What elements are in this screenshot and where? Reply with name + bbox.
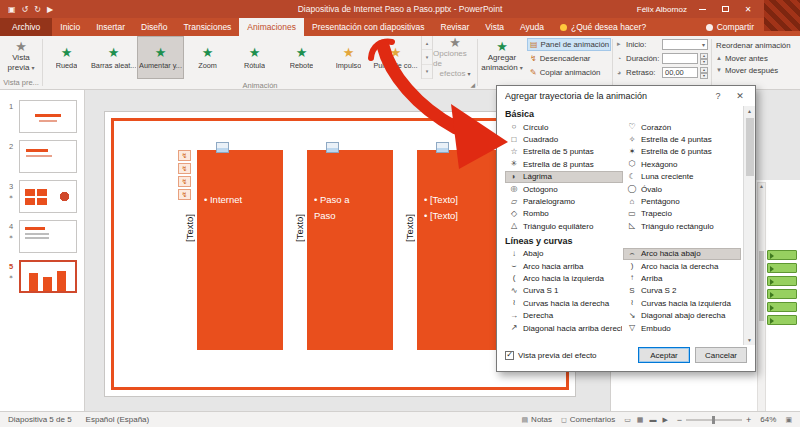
animation-pane-item[interactable] <box>767 250 797 260</box>
dialog-help-button[interactable]: ? <box>707 88 729 104</box>
advanced-animation-button[interactable]: ↯ Desencadenar <box>527 52 611 65</box>
scrollbar-thumb[interactable] <box>759 251 764 321</box>
motion-path-option[interactable]: ⌢ Arco hacia abajo <box>623 248 741 260</box>
zoom-level[interactable]: 64% <box>760 415 776 424</box>
chart-bar[interactable]: • Internet <box>197 150 283 350</box>
comments-button[interactable]: ◻ Comentarios <box>561 415 615 424</box>
redo-icon[interactable]: ↻ <box>34 5 41 14</box>
close-button[interactable]: ✕ <box>740 0 756 18</box>
scroll-up-icon[interactable]: ▲ <box>747 106 752 116</box>
chart-bar[interactable]: • Paso a Paso <box>307 150 393 350</box>
animation-pane-item[interactable] <box>767 276 797 286</box>
animation-pane-item[interactable] <box>767 263 797 273</box>
bar-vertical-label[interactable]: [Texto] <box>404 150 415 242</box>
motion-path-option[interactable]: □ Cuadrado <box>505 133 623 145</box>
motion-path-option[interactable]: ▱ Paralelogramo <box>505 195 623 207</box>
animation-effect-tile[interactable]: ★ Pulso de co... <box>372 36 419 79</box>
motion-path-option[interactable]: ☾ Luna creciente <box>623 171 741 183</box>
language-indicator[interactable]: Español (España) <box>86 415 150 424</box>
duration-stepper[interactable]: ▴▾ <box>700 53 708 64</box>
animation-effect-tile[interactable]: ★ Rebote <box>278 36 325 79</box>
motion-path-option[interactable]: △ Triángulo equilátero <box>505 220 623 232</box>
slide-thumbnail[interactable]: 3 ✶ <box>0 180 84 213</box>
slide-number-indicator[interactable]: Diapositiva 5 de 5 <box>8 415 72 424</box>
animation-effect-tile[interactable]: ★ Barras aleat... <box>90 36 137 79</box>
motion-path-option[interactable]: ↗ Diagonal hacia arriba derecha <box>505 322 623 334</box>
ribbon-tab[interactable]: Insertar <box>88 18 133 36</box>
start-select[interactable]: ▾ <box>662 39 708 50</box>
slideshow-view-icon[interactable]: ▶ <box>662 416 667 424</box>
delay-input[interactable]: 00,00 <box>662 67 698 78</box>
move-earlier-button[interactable]: ▲ Mover antes <box>716 52 796 64</box>
motion-path-option[interactable]: ⌂ Pentágono <box>623 195 741 207</box>
ribbon-tab[interactable]: Vista <box>477 18 512 36</box>
motion-path-option[interactable]: ≀ Curvas hacia la izquierda <box>623 297 741 309</box>
motion-path-option[interactable]: ∿ Curva S 1 <box>505 285 623 297</box>
ribbon-tab[interactable]: Transiciones <box>175 18 239 36</box>
motion-path-option[interactable]: ▽ Embudo <box>623 322 741 334</box>
add-animation-button[interactable]: ★ Agregar animación▾ <box>478 36 526 76</box>
ribbon-tab[interactable]: Presentación con diapositivas <box>304 18 432 36</box>
motion-path-option[interactable]: ○ Círculo <box>505 121 623 133</box>
ribbon-tab[interactable]: Ayuda <box>512 18 552 36</box>
animation-pane-item[interactable] <box>767 315 797 325</box>
motion-path-option[interactable]: ↓ Abajo <box>505 248 623 260</box>
normal-view-icon[interactable]: ▭ <box>624 416 631 424</box>
motion-path-option[interactable]: ↑ Arriba <box>623 272 741 284</box>
animation-effect-tile[interactable]: ★ Impulso <box>325 36 372 79</box>
effect-options-button[interactable]: ★ Opciones de efectos▾ <box>433 36 477 79</box>
picture-placeholder-icon[interactable] <box>436 142 449 153</box>
fit-slide-icon[interactable]: ▣ <box>785 416 792 424</box>
dialog-title-bar[interactable]: Agregar trayectoria de la animación ? ✕ <box>497 86 755 106</box>
picture-placeholder-icon[interactable] <box>326 142 339 153</box>
bar-vertical-label[interactable]: [Texto] <box>294 150 305 242</box>
dialog-scrollbar[interactable]: ▲ ▼ <box>743 106 755 345</box>
reading-view-icon[interactable]: ▬ <box>649 416 656 424</box>
ribbon-tab[interactable]: Diseño <box>133 18 175 36</box>
motion-path-option[interactable]: ( Arco hacia la izquierda <box>505 272 623 284</box>
advanced-animation-button[interactable]: ▤ Panel de animación <box>527 38 611 51</box>
share-button[interactable]: Compartir <box>698 18 762 36</box>
preview-button[interactable]: ★ Vista previa▾ <box>0 36 42 76</box>
zoom-slider-thumb[interactable] <box>712 416 715 424</box>
start-presentation-icon[interactable]: ▶ <box>47 5 53 14</box>
ribbon-tab[interactable]: Animaciones <box>239 18 304 36</box>
motion-path-option[interactable]: ✶ Estrella de 6 puntas <box>623 146 741 158</box>
accept-button[interactable]: Aceptar <box>638 347 690 363</box>
slide-thumbnail[interactable]: 1 ✶ <box>0 100 84 133</box>
maximize-button[interactable] <box>717 0 733 18</box>
gallery-more-icon[interactable]: ▾ <box>422 65 432 79</box>
scroll-down-icon[interactable]: ▼ <box>747 335 752 345</box>
dialog-launcher-icon[interactable]: ◢ <box>470 81 475 88</box>
ribbon-tab[interactable]: Revisar <box>433 18 478 36</box>
motion-path-option[interactable]: ≀ Curvas hacia la derecha <box>505 297 623 309</box>
slide-thumbnail[interactable]: 4 ✶ <box>0 220 84 253</box>
animation-effect-tile[interactable]: ★ Zoom <box>184 36 231 79</box>
motion-path-option[interactable]: ✳ Estrella de 8 puntas <box>505 158 623 170</box>
motion-path-option[interactable]: → Derecha <box>505 309 623 321</box>
motion-path-option[interactable]: ◇ Rombo <box>505 208 623 220</box>
motion-path-option[interactable]: S Curva S 2 <box>623 285 741 297</box>
motion-path-option[interactable]: ) Arco hacia la derecha <box>623 260 741 272</box>
move-later-button[interactable]: ▼ Mover después <box>716 64 796 76</box>
save-icon[interactable]: ▣ <box>8 5 16 14</box>
preview-effect-checkbox[interactable]: ✓ Vista previa del efecto <box>505 351 597 360</box>
slide-thumbnail[interactable]: 2 ✶ <box>0 140 84 173</box>
motion-path-option[interactable]: ▭ Trapecio <box>623 208 741 220</box>
animation-effect-tile[interactable]: ★ Aumentar y... <box>137 36 184 79</box>
motion-path-option[interactable]: ⬡ Hexágono <box>623 158 741 170</box>
motion-path-option[interactable]: ◗ Lágrima <box>505 171 623 183</box>
dialog-close-button[interactable]: ✕ <box>729 88 751 104</box>
motion-path-option[interactable]: ◯ Óvalo <box>623 183 741 195</box>
motion-path-option[interactable]: ◺ Triángulo rectángulo <box>623 220 741 232</box>
delay-stepper[interactable]: ▴▾ <box>700 67 708 78</box>
scroll-up-icon[interactable]: ▲ <box>758 183 765 189</box>
advanced-animation-button[interactable]: ✎ Copiar animación <box>527 66 611 79</box>
cancel-button[interactable]: Cancelar <box>695 347 747 363</box>
animation-pane-item[interactable] <box>767 289 797 299</box>
animation-pane-item[interactable] <box>767 302 797 312</box>
bar-vertical-label[interactable]: [Texto] <box>184 150 195 242</box>
zoom-out-button[interactable]: − <box>677 415 682 425</box>
scrollbar-thumb[interactable] <box>746 118 754 176</box>
user-name[interactable]: Félix Albornoz <box>637 5 687 14</box>
